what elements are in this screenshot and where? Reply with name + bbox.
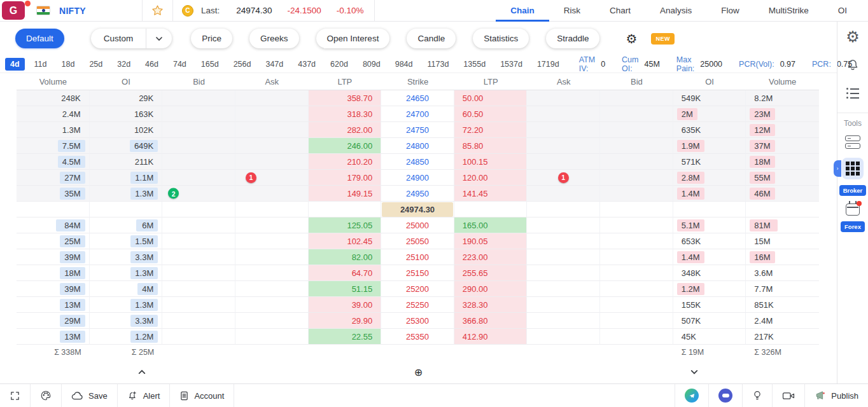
expiry-18d[interactable]: 18d	[57, 58, 80, 71]
chain-cell[interactable]	[235, 186, 309, 202]
chain-cell[interactable]: 248K	[17, 90, 90, 106]
chain-cell[interactable]	[162, 265, 235, 281]
expiry-165d[interactable]: 165d	[196, 58, 224, 71]
toolbar-button-statistics[interactable]: Statistics	[473, 29, 529, 48]
chain-cell[interactable]: 39M	[17, 249, 90, 265]
ltp-cell[interactable]: 125.05	[309, 217, 382, 233]
chain-cell[interactable]: 46M	[746, 186, 819, 202]
ltp-cell[interactable]: 60.50	[454, 106, 528, 122]
chain-cell[interactable]: 1	[235, 170, 309, 186]
chain-cell[interactable]	[600, 265, 673, 281]
chain-cell[interactable]: 1	[527, 170, 600, 186]
chain-cell[interactable]: 8.2M	[746, 90, 819, 106]
strike-cell[interactable]: 25250	[381, 297, 454, 313]
settings-gear-icon[interactable]: ⚙	[846, 29, 860, 45]
ltp-cell[interactable]: 39.00	[309, 297, 382, 313]
theme-palette-icon[interactable]	[31, 384, 62, 407]
ltp-cell[interactable]: 50.00	[454, 90, 528, 106]
chain-cell[interactable]	[600, 233, 673, 249]
chain-cell[interactable]: 2.4M	[746, 313, 819, 329]
chain-cell[interactable]: 507K	[673, 313, 746, 329]
chain-cell[interactable]: 1.3M2	[90, 186, 163, 202]
telegram-icon[interactable]	[675, 384, 708, 407]
toolbar-button-straddle[interactable]: Straddle	[546, 29, 599, 48]
chain-cell[interactable]	[527, 186, 600, 202]
chain-cell[interactable]	[600, 154, 673, 170]
strike-cell[interactable]: 24650	[381, 90, 454, 106]
chain-cell[interactable]: 2.4M	[17, 106, 90, 122]
chain-cell[interactable]: 571K	[673, 154, 746, 170]
strike-cell[interactable]: 24700	[381, 106, 454, 122]
scroll-up-button[interactable]	[134, 368, 150, 375]
chain-cell[interactable]	[235, 249, 309, 265]
chain-cell[interactable]: 5.1M	[673, 217, 746, 233]
ltp-cell[interactable]: 22.55	[309, 329, 382, 345]
ltp-cell[interactable]: 64.70	[309, 265, 382, 281]
expiry-437d[interactable]: 437d	[293, 58, 321, 71]
chain-cell[interactable]: 37M	[746, 138, 819, 154]
expiry-809d[interactable]: 809d	[358, 58, 386, 71]
chain-cell[interactable]	[527, 297, 600, 313]
toolbar-button-candle[interactable]: Candle	[407, 29, 456, 48]
tab-flow[interactable]: Flow	[706, 0, 754, 22]
ltp-cell[interactable]: 165.00	[454, 217, 528, 233]
expiry-620d[interactable]: 620d	[325, 58, 353, 71]
ltp-cell[interactable]: 51.15	[309, 281, 382, 297]
chain-cell[interactable]	[235, 106, 309, 122]
ltp-cell[interactable]: 29.90	[309, 313, 382, 329]
recenter-spot-button[interactable]: ⊕	[410, 365, 426, 378]
strike-cell[interactable]: 25200	[381, 281, 454, 297]
chain-cell[interactable]	[235, 265, 309, 281]
apps-grid-icon[interactable]: ›	[842, 158, 864, 179]
expiry-1355d[interactable]: 1355d	[458, 58, 491, 71]
toolbar-button-greeks[interactable]: Greeks	[249, 29, 299, 48]
ltp-cell[interactable]: 179.00	[309, 170, 382, 186]
ltp-cell[interactable]: 290.00	[454, 281, 528, 297]
chain-cell[interactable]	[527, 90, 600, 106]
ideas-lightbulb-icon[interactable]	[742, 384, 772, 407]
chain-cell[interactable]: 1.4M	[673, 186, 746, 202]
ltp-cell[interactable]: 358.70	[309, 90, 382, 106]
chain-cell[interactable]: 1.1M	[90, 170, 163, 186]
chain-cell[interactable]	[600, 106, 673, 122]
save-button[interactable]: Save	[62, 384, 118, 407]
chain-cell[interactable]	[527, 313, 600, 329]
chain-cell[interactable]: 851K	[746, 297, 819, 313]
chain-cell[interactable]	[162, 170, 235, 186]
account-button[interactable]: Account	[170, 384, 234, 407]
chain-cell[interactable]: 15M	[746, 233, 819, 249]
app-logo[interactable]: G	[2, 1, 25, 20]
chain-cell[interactable]: 1.3M	[90, 297, 163, 313]
custom-preset-button[interactable]: Custom	[91, 29, 172, 48]
chain-cell[interactable]	[527, 233, 600, 249]
chain-cell[interactable]: 1.4M	[673, 249, 746, 265]
watchlist-icon[interactable]	[846, 88, 859, 99]
chain-cell[interactable]	[162, 281, 235, 297]
expiry-74d[interactable]: 74d	[168, 58, 192, 71]
chain-cell[interactable]: 3.3M	[90, 249, 163, 265]
count-badge[interactable]: 2	[168, 188, 179, 199]
chain-cell[interactable]: 3.6M	[746, 265, 819, 281]
chain-cell[interactable]	[162, 249, 235, 265]
chain-cell[interactable]	[527, 154, 600, 170]
chain-cell[interactable]	[235, 138, 309, 154]
chain-cell[interactable]: 1.2M	[90, 329, 163, 345]
ltp-cell[interactable]: 282.00	[309, 122, 382, 138]
ltp-cell[interactable]: 190.05	[454, 233, 528, 249]
chain-cell[interactable]	[162, 329, 235, 345]
chain-cell[interactable]	[527, 329, 600, 345]
chain-cell[interactable]	[235, 313, 309, 329]
ltp-cell[interactable]: 100.15	[454, 154, 528, 170]
chain-settings-gear-icon[interactable]: ⚙	[622, 32, 641, 46]
chain-cell[interactable]	[600, 170, 673, 186]
expiry-4d[interactable]: 4d	[5, 58, 25, 71]
strike-cell[interactable]: 25300	[381, 313, 454, 329]
chain-cell[interactable]	[162, 313, 235, 329]
tab-chart[interactable]: Chart	[595, 0, 645, 22]
chain-cell[interactable]	[527, 138, 600, 154]
chain-cell[interactable]: 18M	[17, 265, 90, 281]
chain-cell[interactable]	[527, 249, 600, 265]
chain-cell[interactable]: 4.5M	[17, 154, 90, 170]
chain-cell[interactable]	[162, 106, 235, 122]
chain-cell[interactable]: 2M	[673, 106, 746, 122]
